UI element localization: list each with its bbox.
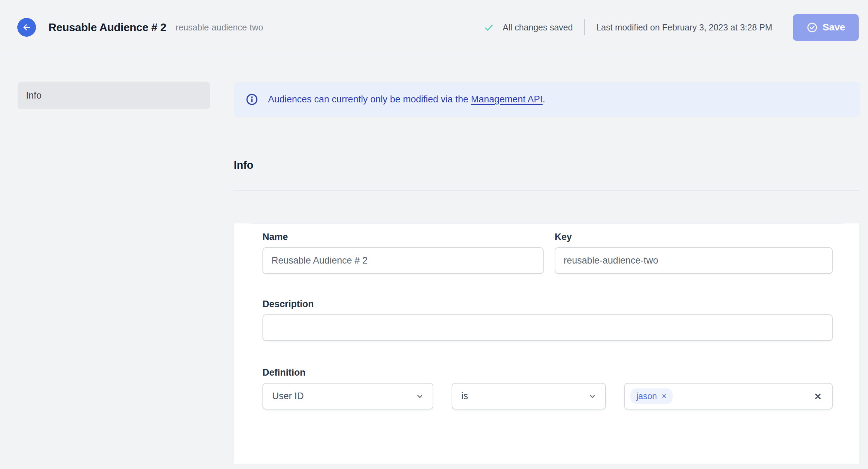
- description-field: Description: [262, 299, 833, 342]
- value-tag: jason: [630, 388, 673, 404]
- chevron-down-icon: [587, 391, 598, 402]
- banner-text: Audiences can currently only be modified…: [268, 94, 545, 105]
- definition-values-input[interactable]: jason: [624, 383, 833, 410]
- main: Info Audiences can currently only be mod…: [0, 55, 868, 464]
- sidebar-item-info[interactable]: Info: [18, 82, 210, 109]
- circle-check-icon: [806, 22, 818, 33]
- key-field: Key: [555, 232, 833, 274]
- definition-field: Definition User ID is: [262, 367, 833, 410]
- operator-select-value: is: [461, 391, 468, 402]
- name-input[interactable]: [262, 247, 544, 274]
- audience-editor-page: Reusable Audience # 2 reusable-audience-…: [0, 0, 868, 469]
- info-banner: Audiences can currently only be modified…: [234, 82, 860, 117]
- info-card: Name Key Description Definition: [234, 223, 859, 464]
- banner-text-after: .: [543, 94, 545, 104]
- save-status: All changes saved: [483, 22, 573, 33]
- name-key-row: Name Key: [262, 232, 833, 274]
- clear-values-icon[interactable]: [813, 391, 823, 402]
- sidebar-item-label: Info: [26, 90, 41, 101]
- value-tag-label: jason: [636, 391, 657, 401]
- management-api-link[interactable]: Management API: [471, 94, 543, 104]
- chevron-down-icon: [415, 391, 425, 402]
- page-title: Reusable Audience # 2: [48, 21, 166, 34]
- section-title: Info: [234, 159, 860, 172]
- back-button[interactable]: [17, 18, 36, 37]
- info-icon: [246, 93, 258, 106]
- header: Reusable Audience # 2 reusable-audience-…: [0, 0, 868, 55]
- save-status-label: All changes saved: [502, 22, 573, 33]
- save-button[interactable]: Save: [793, 14, 859, 41]
- name-field: Name: [262, 232, 544, 274]
- check-icon: [483, 22, 494, 33]
- operator-select[interactable]: is: [452, 383, 606, 410]
- trait-select-value: User ID: [272, 391, 304, 402]
- last-modified-label: Last modified on February 3, 2023 at 3:2…: [596, 22, 772, 33]
- content: Audiences can currently only be modified…: [234, 82, 860, 464]
- name-label: Name: [262, 232, 544, 242]
- section-divider: [234, 190, 860, 191]
- audience-form: Name Key Description Definition: [234, 232, 859, 410]
- page-subtitle: reusable-audience-two: [176, 22, 263, 33]
- description-label: Description: [262, 299, 833, 310]
- card-divider: [251, 223, 842, 224]
- trait-select[interactable]: User ID: [262, 383, 433, 410]
- save-button-label: Save: [823, 22, 845, 33]
- description-input[interactable]: [262, 314, 833, 341]
- definition-row: User ID is: [262, 383, 833, 410]
- remove-value-icon[interactable]: [661, 393, 668, 400]
- banner-text-before: Audiences can currently only be modified…: [268, 94, 471, 104]
- key-input[interactable]: [555, 247, 833, 274]
- header-divider: [584, 19, 585, 35]
- sidebar: Info: [18, 82, 210, 109]
- definition-label: Definition: [262, 367, 833, 378]
- key-label: Key: [555, 232, 833, 242]
- arrow-left-icon: [21, 22, 32, 33]
